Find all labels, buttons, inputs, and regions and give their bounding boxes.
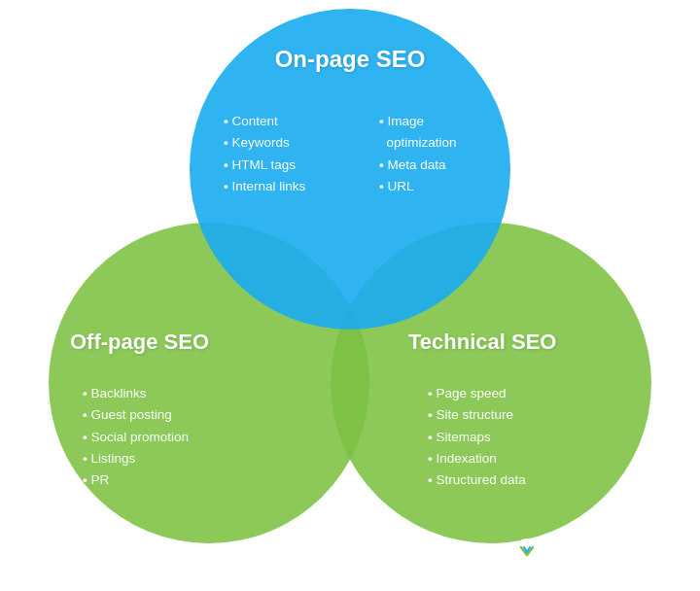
list-item: Image optimization	[379, 111, 457, 155]
wordstream-icon	[513, 538, 541, 565]
list-item: Listings	[83, 448, 189, 469]
list-item: Guest posting	[83, 404, 189, 426]
wordstream-logo: WordStream by LOCALIQ	[513, 538, 627, 565]
list-item: Meta data	[379, 155, 457, 176]
list-item: Backlinks	[83, 383, 189, 404]
list-item: URL	[379, 176, 457, 197]
list-item: Indexation	[428, 448, 526, 469]
list-item: Content	[224, 111, 305, 132]
list-item: PR	[83, 469, 189, 491]
venn-diagram: On-page SEO Content Keywords HTML tags I…	[19, 9, 681, 582]
list-item: Internal links	[224, 176, 305, 197]
technical-items: Page speed Site structure Sitemaps Index…	[428, 383, 526, 491]
offpage-label: Off-page SEO	[70, 330, 209, 355]
list-item: Page speed	[428, 383, 526, 404]
list-item: Social promotion	[83, 427, 189, 448]
list-item: Sitemaps	[428, 427, 526, 448]
onpage-items-right: Image optimization Meta data URL	[379, 111, 457, 197]
onpage-label: On-page SEO	[275, 46, 426, 73]
list-item: Structured data	[428, 469, 526, 491]
list-item: Site structure	[428, 404, 526, 426]
logo-text: WordStream by LOCALIQ	[546, 539, 627, 563]
list-item: HTML tags	[224, 155, 305, 176]
technical-label: Technical SEO	[408, 330, 556, 355]
logo-brand: WordStream	[546, 539, 627, 553]
onpage-items-left: Content Keywords HTML tags Internal link…	[224, 111, 305, 197]
offpage-items: Backlinks Guest posting Social promotion…	[83, 383, 189, 491]
list-item: Keywords	[224, 132, 305, 154]
logo-sub: by LOCALIQ	[546, 554, 627, 564]
